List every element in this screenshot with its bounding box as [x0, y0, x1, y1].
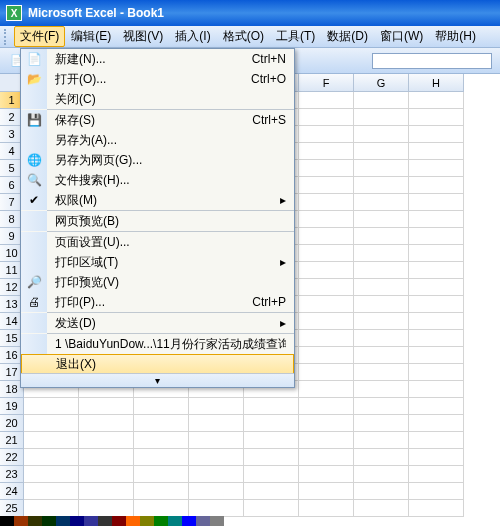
- menu-new[interactable]: 📄 新建(N)... Ctrl+N: [21, 49, 294, 69]
- menu-view[interactable]: 视图(V): [117, 26, 169, 47]
- cell[interactable]: [354, 143, 409, 160]
- cell[interactable]: [79, 483, 134, 500]
- menu-window[interactable]: 窗口(W): [374, 26, 429, 47]
- menu-saveasweb[interactable]: 🌐 另存为网页(G)...: [21, 150, 294, 170]
- cell[interactable]: [409, 330, 464, 347]
- cell[interactable]: [24, 432, 79, 449]
- cell[interactable]: [354, 296, 409, 313]
- cell[interactable]: [354, 483, 409, 500]
- cell[interactable]: [409, 143, 464, 160]
- color-swatch[interactable]: [112, 516, 126, 526]
- cell[interactable]: [244, 483, 299, 500]
- cell[interactable]: [354, 381, 409, 398]
- column-header[interactable]: G: [354, 74, 409, 92]
- cell[interactable]: [299, 160, 354, 177]
- cell[interactable]: [354, 160, 409, 177]
- cell[interactable]: [299, 211, 354, 228]
- cell[interactable]: [354, 194, 409, 211]
- cell[interactable]: [354, 126, 409, 143]
- menu-expand-chevron-icon[interactable]: ▾: [21, 373, 294, 387]
- cell[interactable]: [79, 415, 134, 432]
- cell[interactable]: [409, 432, 464, 449]
- cell[interactable]: [354, 347, 409, 364]
- cell[interactable]: [134, 466, 189, 483]
- cell[interactable]: [189, 398, 244, 415]
- cell[interactable]: [354, 466, 409, 483]
- menu-filesearch[interactable]: 🔍 文件搜索(H)...: [21, 170, 294, 190]
- color-swatch[interactable]: [98, 516, 112, 526]
- color-swatch[interactable]: [70, 516, 84, 526]
- cell[interactable]: [354, 432, 409, 449]
- cell[interactable]: [134, 483, 189, 500]
- cell[interactable]: [24, 398, 79, 415]
- menu-tools[interactable]: 工具(T): [270, 26, 321, 47]
- menu-pagesetup[interactable]: 页面设置(U)...: [21, 232, 294, 252]
- cell[interactable]: [354, 279, 409, 296]
- menu-exit[interactable]: 退出(X): [21, 354, 294, 374]
- cell[interactable]: [189, 432, 244, 449]
- cell[interactable]: [24, 466, 79, 483]
- cell[interactable]: [244, 398, 299, 415]
- cell[interactable]: [409, 160, 464, 177]
- cell[interactable]: [244, 415, 299, 432]
- color-swatch[interactable]: [154, 516, 168, 526]
- cell[interactable]: [299, 262, 354, 279]
- menu-send[interactable]: 发送(D) ▸: [21, 313, 294, 333]
- cell[interactable]: [409, 415, 464, 432]
- cell[interactable]: [134, 432, 189, 449]
- cell[interactable]: [409, 466, 464, 483]
- cell[interactable]: [24, 449, 79, 466]
- color-swatch[interactable]: [56, 516, 70, 526]
- cell[interactable]: [244, 432, 299, 449]
- cell[interactable]: [299, 500, 354, 517]
- cell[interactable]: [409, 347, 464, 364]
- menu-save[interactable]: 💾 保存(S) Ctrl+S: [21, 110, 294, 130]
- color-swatch[interactable]: [126, 516, 140, 526]
- cell[interactable]: [409, 500, 464, 517]
- cell[interactable]: [409, 109, 464, 126]
- cell[interactable]: [299, 126, 354, 143]
- cell[interactable]: [354, 177, 409, 194]
- cell[interactable]: [354, 330, 409, 347]
- cell[interactable]: [299, 466, 354, 483]
- cell[interactable]: [354, 500, 409, 517]
- color-swatch[interactable]: [182, 516, 196, 526]
- color-swatch[interactable]: [42, 516, 56, 526]
- cell[interactable]: [354, 449, 409, 466]
- cell[interactable]: [354, 398, 409, 415]
- cell[interactable]: [189, 466, 244, 483]
- row-header[interactable]: 22: [0, 449, 24, 466]
- menu-printarea[interactable]: 打印区域(T) ▸: [21, 252, 294, 272]
- cell[interactable]: [24, 483, 79, 500]
- cell[interactable]: [189, 500, 244, 517]
- cell[interactable]: [299, 177, 354, 194]
- cell[interactable]: [299, 347, 354, 364]
- cell[interactable]: [24, 415, 79, 432]
- menu-data[interactable]: 数据(D): [321, 26, 374, 47]
- color-swatch[interactable]: [196, 516, 210, 526]
- cell[interactable]: [354, 313, 409, 330]
- cell[interactable]: [79, 449, 134, 466]
- cell[interactable]: [409, 313, 464, 330]
- cell[interactable]: [134, 500, 189, 517]
- cell[interactable]: [299, 449, 354, 466]
- cell[interactable]: [79, 432, 134, 449]
- menu-file[interactable]: 文件(F): [14, 26, 65, 47]
- cell[interactable]: [409, 245, 464, 262]
- cell[interactable]: [409, 483, 464, 500]
- cell[interactable]: [354, 109, 409, 126]
- cell[interactable]: [354, 245, 409, 262]
- column-header[interactable]: F: [299, 74, 354, 92]
- cell[interactable]: [409, 279, 464, 296]
- menu-format[interactable]: 格式(O): [217, 26, 270, 47]
- menu-recent-file-1[interactable]: 1 \BaiduYunDow...\11月份行家活动成绩查询系统: [21, 334, 294, 354]
- cell[interactable]: [24, 500, 79, 517]
- row-header[interactable]: 25: [0, 500, 24, 517]
- row-header[interactable]: 19: [0, 398, 24, 415]
- menu-webpreview[interactable]: 网页预览(B): [21, 211, 294, 231]
- menu-edit[interactable]: 编辑(E): [65, 26, 117, 47]
- cell[interactable]: [244, 466, 299, 483]
- cell[interactable]: [134, 449, 189, 466]
- cell[interactable]: [244, 449, 299, 466]
- menu-saveas[interactable]: 另存为(A)...: [21, 130, 294, 150]
